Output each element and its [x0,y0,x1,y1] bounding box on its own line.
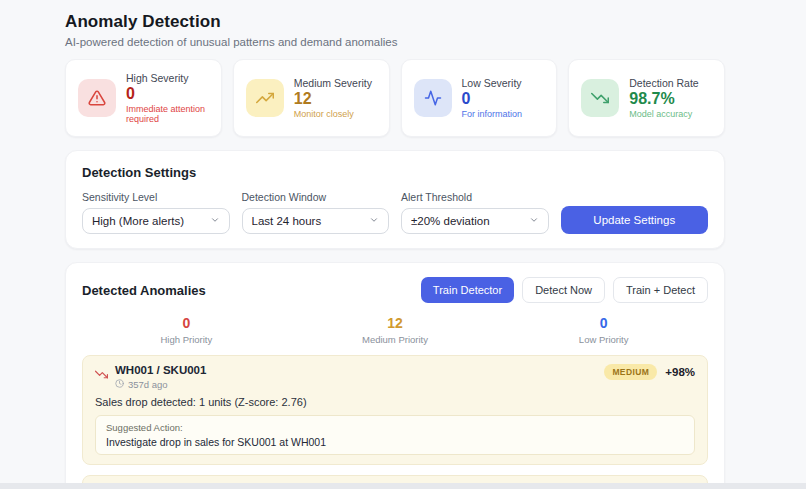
alert-threshold-label: Alert Threshold [401,191,549,203]
low-priority-summary: 0 Low Priority [499,315,708,345]
anomaly-meta: MEDIUM +98% [604,364,695,380]
detected-anomalies-title: Detected Anomalies [82,283,206,298]
stat-label: High Severity [126,72,209,84]
stat-subtext: For information [462,109,523,119]
page-title: Anomaly Detection [65,12,725,32]
stats-row: High Severity 0 Immediate attention requ… [65,59,725,137]
stat-value: 98.7% [629,90,698,108]
suggested-action-label: Suggested Action: [106,422,684,433]
detection-window-select-value: Last 24 hours [252,215,322,227]
anomalies-header: Detected Anomalies Train Detector Detect… [82,277,708,303]
severity-badge: MEDIUM [604,364,657,380]
stat-card-low-severity: Low Severity 0 For information [401,59,558,137]
page-subtitle: AI-powered detection of unusual patterns… [65,36,725,48]
alert-threshold-select-value: ±20% deviation [411,215,490,227]
high-priority-count: 0 [82,315,291,331]
anomaly-description: Sales drop detected: 1 units (Z-score: 2… [95,396,695,408]
clock-icon [115,379,124,390]
detection-window-field: Detection Window Last 24 hours [242,191,390,234]
chevron-down-icon [369,215,379,227]
alert-threshold-field: Alert Threshold ±20% deviation [401,191,549,234]
medium-priority-label: Medium Priority [291,334,500,345]
stat-subtext: Model accuracy [629,109,698,119]
activity-icon [414,79,452,117]
stat-value: 0 [462,90,523,108]
high-priority-label: High Priority [82,334,291,345]
stat-label: Low Severity [462,77,523,89]
stat-card-detection-rate: Detection Rate 98.7% Model accuracy [568,59,725,137]
stat-label: Medium Severity [294,77,372,89]
anomalies-actions: Train Detector Detect Now Train + Detect [421,277,708,303]
anomaly-name: WH001 / SKU001 [115,364,206,376]
sensitivity-select-value: High (More alerts) [92,215,184,227]
stat-value: 12 [294,90,372,108]
trending-down-icon [95,367,108,390]
anomaly-card-header: WH001 / SKU001 357d ago MEDIUM +98% [95,364,695,390]
update-settings-button[interactable]: Update Settings [561,206,709,234]
sensitivity-select[interactable]: High (More alerts) [82,208,230,234]
chevron-down-icon [529,215,539,227]
sensitivity-field: Sensitivity Level High (More alerts) [82,191,230,234]
stat-subtext: Monitor closely [294,109,372,119]
stat-value: 0 [126,85,209,103]
chevron-down-icon [210,215,220,227]
sensitivity-label: Sensitivity Level [82,191,230,203]
suggested-action-box: Suggested Action: Investigate drop in sa… [95,415,695,455]
train-and-detect-button[interactable]: Train + Detect [613,277,708,303]
detection-window-select[interactable]: Last 24 hours [242,208,390,234]
trending-down-icon [581,79,619,117]
detection-settings-title: Detection Settings [82,165,708,180]
stat-label: Detection Rate [629,77,698,89]
settings-grid: Sensitivity Level High (More alerts) Det… [82,191,708,234]
trending-up-icon [246,79,284,117]
high-priority-summary: 0 High Priority [82,315,291,345]
stat-card-medium-severity: Medium Severity 12 Monitor closely [233,59,390,137]
anomaly-time-text: 357d ago [128,379,168,390]
anomaly-identity: WH001 / SKU001 357d ago [95,364,206,390]
detection-window-label: Detection Window [242,191,390,203]
stat-card-high-severity: High Severity 0 Immediate attention requ… [65,59,222,137]
anomaly-time: 357d ago [115,379,206,390]
stat-subtext: Immediate attention required [126,104,209,124]
train-detector-button[interactable]: Train Detector [421,277,514,303]
low-priority-count: 0 [499,315,708,331]
detection-settings-panel: Detection Settings Sensitivity Level Hig… [65,150,725,249]
low-priority-label: Low Priority [499,334,708,345]
viewport-bottom-edge [0,483,806,489]
anomaly-change: +98% [665,366,695,378]
priority-summary: 0 High Priority 12 Medium Priority 0 Low… [82,315,708,345]
main-content: Anomaly Detection AI-powered detection o… [65,0,725,489]
anomaly-card: WH001 / SKU001 357d ago MEDIUM +98% Sale… [82,355,708,465]
medium-priority-count: 12 [291,315,500,331]
medium-priority-summary: 12 Medium Priority [291,315,500,345]
alert-triangle-icon [78,79,116,117]
detected-anomalies-panel: Detected Anomalies Train Detector Detect… [65,262,725,489]
suggested-action-text: Investigate drop in sales for SKU001 at … [106,436,684,448]
alert-threshold-select[interactable]: ±20% deviation [401,208,549,234]
detect-now-button[interactable]: Detect Now [522,277,605,303]
